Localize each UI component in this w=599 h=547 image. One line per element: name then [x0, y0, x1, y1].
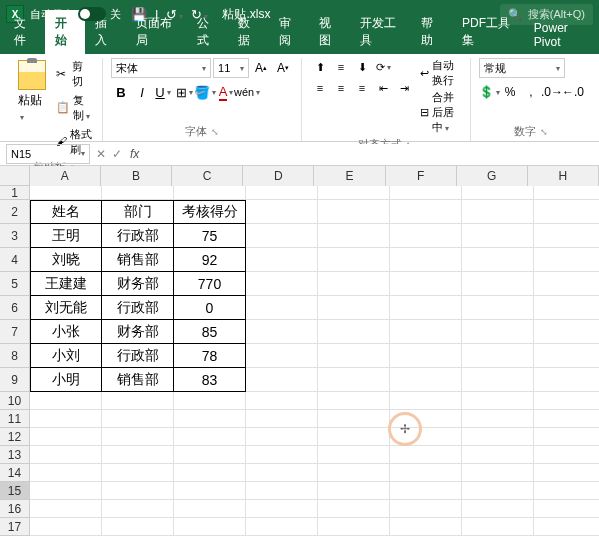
cell[interactable]: [390, 410, 462, 428]
cell[interactable]: 行政部: [102, 344, 174, 368]
cell[interactable]: [174, 500, 246, 518]
column-header[interactable]: C: [172, 166, 243, 186]
cell[interactable]: [174, 482, 246, 500]
cell[interactable]: [390, 320, 462, 344]
cell[interactable]: [30, 186, 102, 200]
tab-公式[interactable]: 公式: [187, 10, 228, 54]
italic-button[interactable]: I: [132, 82, 152, 102]
cell[interactable]: [246, 272, 318, 296]
column-header[interactable]: F: [386, 166, 457, 186]
cell[interactable]: [390, 446, 462, 464]
cell[interactable]: [174, 410, 246, 428]
cell[interactable]: [30, 392, 102, 410]
cell[interactable]: [462, 446, 534, 464]
cell[interactable]: [390, 368, 462, 392]
cell[interactable]: [318, 320, 390, 344]
cell[interactable]: [390, 464, 462, 482]
column-header[interactable]: E: [314, 166, 385, 186]
cell[interactable]: [318, 200, 390, 224]
cell[interactable]: [318, 446, 390, 464]
cell[interactable]: [30, 500, 102, 518]
cell[interactable]: [390, 186, 462, 200]
cell[interactable]: [318, 410, 390, 428]
increase-font-icon[interactable]: A▴: [251, 58, 271, 78]
cell[interactable]: [462, 500, 534, 518]
bold-button[interactable]: B: [111, 82, 131, 102]
cell[interactable]: 刘无能: [30, 296, 102, 320]
cell[interactable]: [102, 446, 174, 464]
cell[interactable]: [246, 320, 318, 344]
cell[interactable]: 销售部: [102, 368, 174, 392]
cell[interactable]: [246, 248, 318, 272]
toggle-switch-icon[interactable]: [78, 7, 106, 21]
phonetic-button[interactable]: wén: [237, 82, 257, 102]
cell[interactable]: [534, 296, 599, 320]
row-header[interactable]: 6: [0, 296, 30, 320]
cell[interactable]: [246, 464, 318, 482]
cell[interactable]: [318, 344, 390, 368]
cell[interactable]: [246, 296, 318, 320]
row-header[interactable]: 3: [0, 224, 30, 248]
row-header[interactable]: 11: [0, 410, 30, 428]
cell[interactable]: [318, 296, 390, 320]
cell[interactable]: [318, 464, 390, 482]
cell[interactable]: [462, 428, 534, 446]
cell[interactable]: [462, 368, 534, 392]
align-right-icon[interactable]: ≡: [352, 79, 372, 97]
cell[interactable]: 行政部: [102, 296, 174, 320]
row-header[interactable]: 1: [0, 186, 30, 200]
cell[interactable]: [318, 186, 390, 200]
cell[interactable]: [462, 518, 534, 536]
cell[interactable]: [318, 368, 390, 392]
cell[interactable]: 85: [174, 320, 246, 344]
fx-icon[interactable]: fx: [130, 147, 139, 161]
cell[interactable]: [534, 248, 599, 272]
cell[interactable]: [246, 344, 318, 368]
cell[interactable]: [462, 320, 534, 344]
cell[interactable]: [318, 224, 390, 248]
cell[interactable]: [246, 224, 318, 248]
cell[interactable]: [534, 392, 599, 410]
cell[interactable]: [534, 186, 599, 200]
tab-开发工具[interactable]: 开发工具: [350, 10, 411, 54]
border-button[interactable]: ⊞: [174, 82, 194, 102]
row-header[interactable]: 2: [0, 200, 30, 224]
row-header[interactable]: 7: [0, 320, 30, 344]
cell[interactable]: 770: [174, 272, 246, 296]
cell[interactable]: [30, 428, 102, 446]
cell[interactable]: [462, 296, 534, 320]
cell[interactable]: 王明: [30, 224, 102, 248]
cell[interactable]: [462, 200, 534, 224]
cell[interactable]: 83: [174, 368, 246, 392]
font-size-select[interactable]: 11▾: [213, 58, 249, 78]
cell[interactable]: 销售部: [102, 248, 174, 272]
comma-format-icon[interactable]: ,: [521, 82, 541, 102]
cell[interactable]: [534, 446, 599, 464]
cell[interactable]: [246, 392, 318, 410]
cell[interactable]: 考核得分: [174, 200, 246, 224]
cell[interactable]: [534, 500, 599, 518]
decrease-decimal-icon[interactable]: ←.0: [563, 82, 583, 102]
align-left-icon[interactable]: ≡: [310, 79, 330, 97]
cell[interactable]: [102, 464, 174, 482]
cell[interactable]: 刘晓: [30, 248, 102, 272]
cell[interactable]: [534, 482, 599, 500]
cell[interactable]: [390, 392, 462, 410]
align-top-icon[interactable]: ⬆: [310, 58, 330, 76]
cell[interactable]: [534, 428, 599, 446]
cell[interactable]: 部门: [102, 200, 174, 224]
column-header[interactable]: A: [30, 166, 101, 186]
cell[interactable]: [318, 518, 390, 536]
cell[interactable]: 0: [174, 296, 246, 320]
cell[interactable]: [30, 482, 102, 500]
orientation-icon[interactable]: ⟳: [373, 58, 393, 76]
cell[interactable]: 小刘: [30, 344, 102, 368]
row-header[interactable]: 9: [0, 368, 30, 392]
row-header[interactable]: 10: [0, 392, 30, 410]
cell[interactable]: [462, 344, 534, 368]
cell[interactable]: [534, 464, 599, 482]
row-header[interactable]: 4: [0, 248, 30, 272]
tab-视图[interactable]: 视图: [309, 10, 350, 54]
cell[interactable]: [390, 500, 462, 518]
cut-button[interactable]: 剪切: [54, 58, 94, 90]
